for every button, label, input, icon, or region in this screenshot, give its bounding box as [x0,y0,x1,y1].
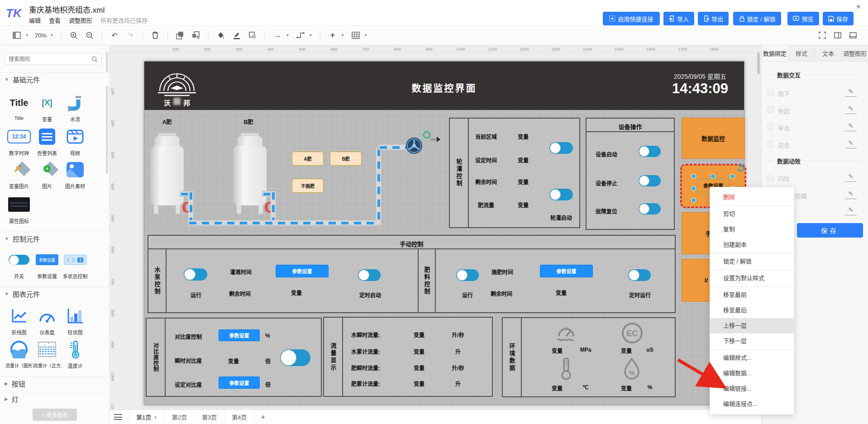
fert-timer-toggle[interactable] [628,269,651,281]
nav-data-monitor-button[interactable]: 数据监控 [682,118,745,159]
table-dropdown-icon[interactable]: ▼ [364,33,368,38]
shape-item-flow-meter-square[interactable]: 流量计（正方. [33,339,61,369]
page-tab-4[interactable]: 第4页 [224,410,254,424]
line-color-icon[interactable] [232,30,242,40]
rotate-handle-icon[interactable] [736,164,745,173]
selection-handle[interactable] [691,198,696,203]
menu-item-edit-style[interactable]: 编辑样式... [710,350,794,366]
shape-item-variable-image[interactable]: 变量图片 [5,160,33,190]
search-input[interactable] [9,56,91,62]
section-basic-elements[interactable]: ▼ 基础元件 [0,72,110,86]
selection-handle[interactable] [691,186,696,191]
connector-style-icon[interactable] [296,30,305,40]
shape-item-thermometer[interactable]: 温度计 [62,339,89,369]
page-tab-2[interactable]: 第2页 [165,410,195,424]
menu-item-bring-forward[interactable]: 上移一层 [710,318,794,333]
fert-a-button[interactable]: A肥 [292,152,324,166]
layout-dropdown-icon[interactable]: ▼ [25,33,29,38]
bring-to-front-icon[interactable] [175,30,185,40]
shape-item-multi-state[interactable]: 123 多状态控制 [62,250,89,280]
fertilizer-tank-a[interactable] [150,133,184,217]
fert-b-button[interactable]: B肥 [330,152,362,166]
checkbox[interactable] [767,141,774,148]
contrast-param-button-2[interactable]: 参数设置 [219,376,260,389]
menu-view[interactable]: 查看 [49,16,61,24]
no-fert-button[interactable]: 不施肥 [292,179,324,193]
shape-item-param-setting[interactable]: 参数设置 参数设置 [33,250,61,280]
shape-item-attribute-icon[interactable]: 属性图标 [5,195,33,224]
delete-icon[interactable] [150,30,160,40]
checkbox[interactable] [767,106,774,113]
zoom-level[interactable]: 70% [35,32,47,39]
tab-data-binding[interactable]: 数据绑定 [762,45,788,61]
canvas-area[interactable]: 1002003004005006007008009001000110012001… [110,45,761,424]
pump-param-button[interactable]: 参数设置 [276,265,329,277]
tab-style[interactable]: 样式 [788,45,815,61]
table-grid-icon[interactable] [351,30,361,40]
redo-icon[interactable]: ↷ [125,30,135,40]
checkbox[interactable] [767,89,774,96]
sidebar-scrollbar[interactable] [106,52,108,174]
shape-item-switch[interactable]: 开关 [5,250,33,280]
valve-icon[interactable] [182,202,188,213]
valve-icon[interactable] [265,202,271,213]
section-lights[interactable]: ▶ 灯 [0,392,110,405]
add-shape-icon[interactable]: + [328,30,338,40]
shape-item-gauge[interactable]: 仪表盘 [33,306,61,336]
connector-dropdown-icon[interactable]: ▼ [309,33,313,38]
theme-toggle-icon[interactable]: ☀ [855,3,861,11]
fert-param-button[interactable]: 参数设置 [540,265,593,277]
section-chart-elements[interactable]: ▼ 图表元件 [0,287,110,300]
shape-item-variable[interactable]: [X] 变量 [33,93,61,123]
menu-item-edit-link[interactable]: 编辑链接... [710,381,794,396]
device-start-toggle[interactable] [639,146,661,157]
layout-panel-icon[interactable] [12,30,22,40]
panel-save-button[interactable]: 保存 [797,223,863,238]
rotation-toggle-2[interactable] [549,189,573,200]
menu-item-send-backward[interactable]: 下移一层 [710,333,794,349]
menu-item-duplicate[interactable]: 创建副本 [710,237,794,252]
pump-run-toggle[interactable] [184,268,207,281]
zoom-in-icon[interactable] [69,30,79,40]
fertilizer-tank-b[interactable] [233,133,267,217]
shape-item-title[interactable]: Title Title [5,93,33,121]
zoom-dropdown-icon[interactable]: ▼ [50,33,54,38]
edit-pencil-icon[interactable]: ✎ [845,190,857,199]
edit-pencil-icon[interactable]: ✎ [845,139,857,148]
shape-item-alarm-list[interactable]: 告警列表 [33,127,61,157]
save-button[interactable]: 保存 [823,12,854,25]
collapse-icon[interactable] [848,30,858,40]
edit-pencil-icon[interactable]: ✎ [845,173,857,182]
arrow-style-icon[interactable]: → [272,30,282,40]
more-shapes-button[interactable]: + 更多图形 [33,409,77,421]
send-to-back-icon[interactable] [191,30,201,40]
pages-menu-icon[interactable] [114,414,122,420]
shape-item-line-chart[interactable]: 折线图 [5,306,33,336]
selection-handle[interactable] [711,174,715,179]
checkbox[interactable] [767,174,774,181]
menu-item-copy[interactable]: 复制 [710,222,794,237]
menu-item-delete[interactable]: 删除 [710,190,794,205]
lock-unlock-button[interactable]: 锁定 / 解锁 [733,12,781,25]
selection-handle[interactable] [691,174,696,179]
menu-item-edit-data[interactable]: 编辑数据... [710,366,794,381]
shape-style-icon[interactable] [248,30,258,40]
preview-button[interactable]: 预览 [787,12,819,25]
edit-pencil-icon[interactable]: ✎ [845,105,857,114]
tab-adjust-shape[interactable]: 调整图形 [842,45,868,61]
fill-color-icon[interactable] [216,30,226,40]
export-button[interactable]: 导出 [698,12,729,25]
arrow-dropdown-icon[interactable]: ▼ [286,33,290,38]
menu-item-set-default-style[interactable]: 设置为默认样式 [710,271,794,286]
menu-item-lock-unlock[interactable]: 锁定 / 解锁 [710,254,794,269]
add-dropdown-icon[interactable]: ▼ [341,33,345,38]
shape-item-digital-clock[interactable]: 12:34 数字时钟 [5,127,33,157]
add-page-button[interactable]: + [255,413,272,421]
menu-item-send-to-back[interactable]: 移至最后 [710,303,794,318]
selection-handle[interactable] [730,174,735,179]
section-control-elements[interactable]: ▼ 控制元件 [0,232,110,245]
contrast-toggle[interactable] [280,349,310,366]
shape-item-video[interactable]: 视频 [62,127,89,157]
menu-item-cut[interactable]: 剪切 [710,206,794,222]
edit-pencil-icon[interactable]: ✎ [845,122,857,131]
